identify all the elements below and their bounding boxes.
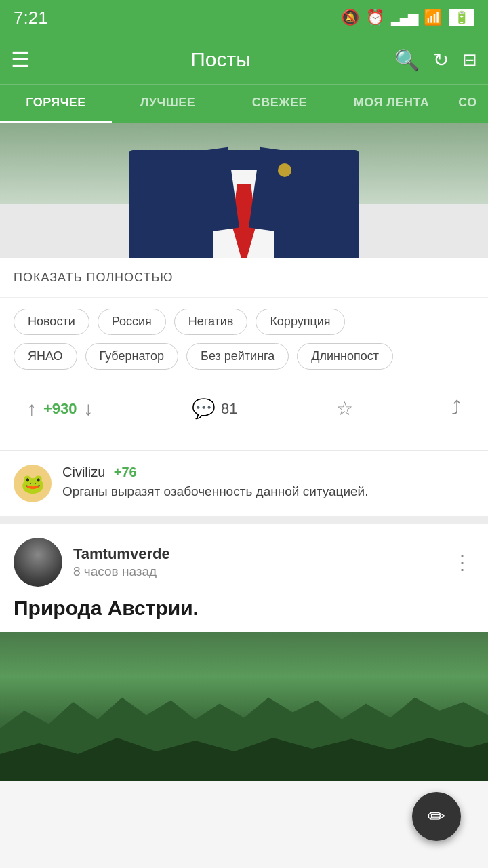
post2-time: 8 часов назад — [73, 564, 439, 579]
bookmark-button[interactable]: ☆ — [336, 397, 353, 420]
wifi-icon: 📶 — [424, 9, 442, 26]
avatar-image — [14, 538, 62, 587]
comment-author-line: Civilizu +76 — [62, 465, 369, 480]
post2-image — [0, 632, 488, 781]
post2-more-button[interactable]: ⋮ — [450, 549, 474, 576]
tab-hot[interactable]: ГОРЯЧЕЕ — [0, 85, 112, 123]
post2-meta: Tamtumverde 8 часов назад — [73, 545, 439, 579]
tag-norating[interactable]: Без рейтинга — [186, 343, 289, 370]
filter-icon[interactable]: ⊟ — [462, 50, 477, 71]
downvote-icon: ↓ — [84, 398, 94, 420]
tag-governor[interactable]: Губернатор — [85, 343, 179, 370]
tags-row-1: Новости Россия Негатив Коррупция — [14, 309, 474, 335]
app-bar: ☰ Посты 🔍 ↻ ⊟ — [0, 35, 488, 84]
post1-image — [0, 123, 488, 258]
tab-fresh[interactable]: СВЕЖЕЕ — [224, 85, 336, 123]
section-divider — [0, 516, 488, 524]
vote-count: +930 — [43, 400, 77, 418]
search-icon[interactable]: 🔍 — [394, 48, 420, 72]
alarm-icon: ⏰ — [366, 9, 384, 26]
menu-icon[interactable]: ☰ — [11, 47, 30, 73]
comment-body: Civilizu +76 Органы выразят озабоченност… — [62, 465, 369, 501]
refresh-icon[interactable]: ↻ — [433, 49, 449, 71]
tag-novosti[interactable]: Новости — [14, 309, 89, 335]
tab-best[interactable]: ЛУЧШЕЕ — [112, 85, 224, 123]
status-bar: 7:21 🔕 ⏰ ▂▄▆ 📶 🔋 — [0, 0, 488, 35]
write-icon: ✏ — [428, 804, 446, 829]
vote-down-button[interactable]: ↓ — [84, 398, 94, 420]
tags-row-2: ЯНАО Губернатор Без рейтинга Длиннопост — [14, 343, 474, 370]
post2-username[interactable]: Tamtumverde — [73, 545, 439, 563]
comment-text: Органы выразят озабоченность данной ситу… — [62, 483, 369, 501]
notification-icon: 🔕 — [341, 9, 359, 26]
vote-up-button[interactable]: ↑ — [27, 398, 37, 420]
tag-negativ[interactable]: Негатив — [174, 309, 248, 335]
comment-button[interactable]: 💬 81 — [192, 397, 237, 420]
tab-feed[interactable]: МОЯ ЛЕНТА — [336, 85, 447, 123]
tags-container: Новости Россия Негатив Коррупция ЯНАО Гу… — [0, 298, 488, 450]
comment-username[interactable]: Civilizu — [62, 465, 105, 479]
show-more-text[interactable]: ПОКАЗАТЬ ПОЛНОСТЬЮ — [14, 271, 173, 284]
comment-avatar: 🐸 — [14, 465, 52, 502]
divider-above-actions — [14, 378, 474, 378]
comment-preview: 🐸 Civilizu +76 Органы выразят озабоченно… — [0, 450, 488, 516]
tag-russia[interactable]: Россия — [98, 309, 166, 335]
divider-below-actions — [14, 439, 474, 439]
tab-co[interactable]: СО — [447, 85, 488, 123]
post2-header: Tamtumverde 8 часов назад ⋮ — [0, 524, 488, 595]
share-icon: ⤴ — [451, 398, 461, 420]
battery-icon: 🔋 — [449, 9, 474, 26]
signal-icon: ▂▄▆ — [391, 9, 417, 26]
fab-write-button[interactable]: ✏ — [412, 792, 461, 841]
post2-card: Tamtumverde 8 часов назад ⋮ Природа Авст… — [0, 524, 488, 781]
tag-korrupciya[interactable]: Коррупция — [256, 309, 344, 335]
comment-icon: 💬 — [192, 397, 216, 420]
tag-yanao[interactable]: ЯНАО — [14, 343, 77, 370]
show-more-section: ПОКАЗАТЬ ПОЛНОСТЬЮ — [0, 258, 488, 298]
comment-count: 81 — [221, 400, 237, 418]
status-time: 7:21 — [14, 7, 48, 28]
page-title: Посты — [47, 48, 394, 71]
comment-score: +76 — [114, 465, 137, 479]
post2-avatar — [14, 538, 62, 587]
post-actions: ↑ +930 ↓ 💬 81 ☆ ⤴ — [14, 384, 474, 433]
share-button[interactable]: ⤴ — [451, 398, 461, 420]
post2-title: Природа Австрии. — [0, 595, 488, 632]
tag-longpost[interactable]: Длиннопост — [297, 343, 393, 370]
upvote-icon: ↑ — [27, 398, 37, 420]
status-icons: 🔕 ⏰ ▂▄▆ 📶 🔋 — [341, 9, 474, 26]
tabs: ГОРЯЧЕЕ ЛУЧШЕЕ СВЕЖЕЕ МОЯ ЛЕНТА СО — [0, 84, 488, 123]
app-bar-actions: 🔍 ↻ ⊟ — [394, 48, 477, 72]
star-icon: ☆ — [336, 397, 353, 420]
